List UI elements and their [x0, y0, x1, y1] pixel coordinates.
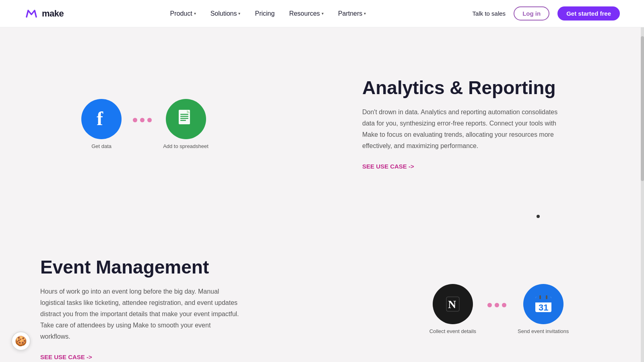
- flow-label-collect: Collect event details: [429, 328, 476, 334]
- nav-product[interactable]: Product ▾: [170, 10, 196, 17]
- nav-partners[interactable]: Partners ▾: [338, 10, 366, 17]
- svg-text:N: N: [448, 298, 456, 311]
- nav-actions: Talk to sales Log in Get started free: [473, 6, 620, 21]
- flow-icon-gsheets: Add to spreadsheet: [163, 99, 208, 149]
- gsheets-svg: [175, 108, 197, 130]
- login-button[interactable]: Log in: [514, 6, 549, 21]
- flow-label-get-data: Get data: [91, 143, 111, 149]
- get-started-button[interactable]: Get started free: [557, 6, 620, 21]
- flow-dots-event: [487, 303, 506, 307]
- svg-rect-6: [180, 120, 186, 121]
- nav-solutions[interactable]: Solutions ▾: [211, 10, 241, 17]
- facebook-icon-circle: f: [81, 99, 122, 139]
- svg-rect-13: [539, 295, 541, 299]
- flow-dots-analytics: [133, 118, 152, 122]
- dot-2: [140, 118, 144, 122]
- svg-rect-5: [180, 118, 188, 119]
- chevron-down-icon: ▾: [364, 11, 366, 16]
- cookie-settings-button[interactable]: 🍪: [11, 331, 31, 351]
- facebook-svg: f: [91, 109, 111, 129]
- talk-to-sales-link[interactable]: Talk to sales: [473, 10, 506, 17]
- dot-3: [147, 118, 152, 122]
- svg-rect-4: [180, 116, 188, 117]
- logo-link[interactable]: make: [24, 6, 64, 21]
- google-cal-icon-circle: 31: [523, 284, 564, 324]
- analytics-section: f Get data: [40, 51, 604, 196]
- make-logo-icon: [24, 6, 39, 21]
- nav-pricing[interactable]: Pricing: [255, 10, 275, 17]
- nav-resources[interactable]: Resources ▾: [289, 10, 323, 17]
- event-content: Event Management Hours of work go into a…: [40, 257, 274, 361]
- event-visual: N Collect event details: [394, 284, 604, 334]
- scrollbar-thumb: [641, 36, 644, 181]
- event-see-use-case-link[interactable]: SEE USE CASE ->: [40, 354, 92, 360]
- navbar: make Product ▾ Solutions ▾ Pricing Resou…: [0, 0, 644, 27]
- svg-text:31: 31: [539, 302, 548, 313]
- dot-1: [133, 118, 137, 122]
- notion-svg: N: [442, 294, 463, 315]
- flow-icon-facebook: f Get data: [81, 99, 122, 149]
- gsheets-icon-circle: [166, 99, 206, 139]
- analytics-flow: f Get data: [81, 99, 208, 149]
- analytics-visual: f Get data: [40, 99, 250, 149]
- analytics-see-use-case-link[interactable]: SEE USE CASE ->: [362, 163, 414, 170]
- notion-icon-circle: N: [433, 284, 473, 324]
- flow-label-invitations: Send event invitations: [518, 328, 569, 334]
- chevron-down-icon: ▾: [194, 11, 196, 16]
- flow-icon-google-cal: 31 Send event invitations: [518, 284, 569, 334]
- event-section: Event Management Hours of work go into a…: [40, 237, 604, 362]
- svg-text:f: f: [97, 109, 103, 129]
- logo-text: make: [42, 8, 64, 19]
- flow-label-spreadsheet: Add to spreadsheet: [163, 143, 208, 149]
- google-cal-svg: 31: [532, 293, 555, 315]
- analytics-description: Don't drown in data. Analytics and repor…: [362, 107, 564, 152]
- event-flow: N Collect event details: [429, 284, 569, 334]
- event-description: Hours of work go into an event long befo…: [40, 286, 242, 342]
- analytics-title: Analytics & Reporting: [362, 78, 604, 98]
- dot-5: [495, 303, 499, 307]
- event-title: Event Management: [40, 257, 274, 278]
- svg-rect-3: [180, 114, 188, 115]
- scrollbar[interactable]: [641, 0, 644, 362]
- svg-rect-14: [546, 295, 547, 299]
- chevron-down-icon: ▾: [238, 11, 240, 16]
- dot-6: [502, 303, 506, 307]
- nav-links: Product ▾ Solutions ▾ Pricing Resources …: [170, 10, 366, 17]
- flow-icon-notion: N Collect event details: [429, 284, 476, 334]
- chevron-down-icon: ▾: [322, 11, 324, 16]
- dot-4: [487, 303, 492, 307]
- analytics-content: Analytics & Reporting Don't drown in dat…: [330, 78, 604, 171]
